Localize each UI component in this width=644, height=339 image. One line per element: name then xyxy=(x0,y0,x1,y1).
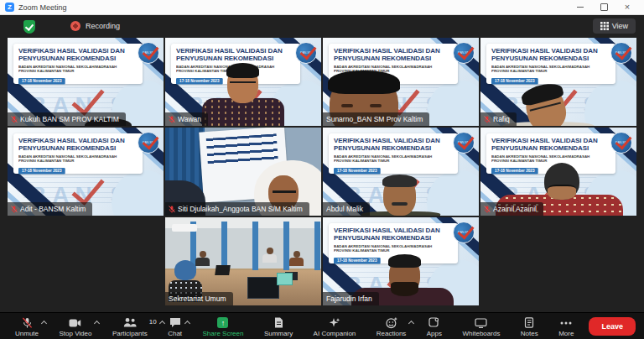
chevron-up-icon[interactable] xyxy=(94,320,100,326)
view-label: View xyxy=(612,22,628,30)
share-screen-button[interactable]: ↑ Share Screen xyxy=(203,317,244,337)
chat-button[interactable]: Chat xyxy=(168,317,182,337)
video-tile-sekretariat[interactable]: Sekretariat Umum xyxy=(165,217,321,305)
video-tile-kukuh[interactable]: BAN SM VERIFIKASI HASIL VALIDASI DAN PEN… xyxy=(8,38,164,126)
ai-companion-label: AI Companion xyxy=(314,330,356,337)
recording-indicator[interactable]: Recording xyxy=(70,21,120,31)
chevron-up-icon[interactable] xyxy=(41,320,47,326)
more-label: More xyxy=(558,330,574,337)
chat-bubble-icon xyxy=(169,317,181,329)
close-button[interactable]: × xyxy=(615,0,639,14)
banner-date-badge: 17-18 November 2023 xyxy=(18,78,65,85)
participant-silhouette xyxy=(389,257,420,295)
muted-mic-icon xyxy=(11,206,18,213)
chevron-up-icon[interactable] xyxy=(408,320,414,326)
bansm-logo-icon: BAN-SM xyxy=(610,42,632,64)
participant-nametag: Fajarudin Irfan xyxy=(323,292,379,305)
bansm-logo-icon: BAN-SM xyxy=(138,132,159,154)
minimize-button[interactable] xyxy=(569,0,592,14)
video-tile-adit[interactable]: BAN SM VERIFIKASI HASIL VALIDASI DAN PEN… xyxy=(8,128,164,216)
laptop xyxy=(215,265,231,275)
participant-silhouette xyxy=(227,65,258,103)
stop-video-label: Stop Video xyxy=(59,330,91,337)
participant-name: Adit - BANSM Kaltim xyxy=(20,205,86,213)
grid-row-2: BAN SM VERIFIKASI HASIL VALIDASI DAN PEN… xyxy=(8,128,636,216)
whiteboards-button[interactable]: Whiteboards xyxy=(462,317,500,337)
reactions-label: Reactions xyxy=(377,330,407,337)
banner-card: VERIFIKASI HASIL VALIDASI DAN PENYUSUNAN… xyxy=(13,133,143,174)
toolbar-items: Unmute Stop Video 10 Participants xyxy=(8,316,577,337)
leave-button[interactable]: Leave xyxy=(589,317,636,336)
participant-silhouette xyxy=(262,248,277,263)
participant-name: Sekretariat Umum xyxy=(169,295,226,303)
chevron-up-icon[interactable] xyxy=(184,320,190,326)
participant-name: Sunarno_BAN SM Prov Kaltim xyxy=(326,115,423,123)
share-screen-icon: ↑ xyxy=(217,317,228,328)
notes-icon xyxy=(524,317,534,329)
muted-mic-icon xyxy=(169,116,175,123)
bansm-logo-icon: BAN-SM xyxy=(453,132,475,154)
meeting-info-shield-icon[interactable] xyxy=(23,20,35,34)
apps-button[interactable]: Apps xyxy=(427,317,442,337)
muted-mic-icon xyxy=(484,116,491,123)
muted-mic-icon xyxy=(169,206,175,213)
video-tile-sunarno[interactable]: BAN SM VERIFIKASI HASIL VALIDASI DAN PEN… xyxy=(323,38,479,126)
participant-nametag: Sunarno_BAN SM Prov Kaltim xyxy=(323,112,429,126)
banner-card: VERIFIKASI HASIL VALIDASI DAN PENYUSUNAN… xyxy=(486,44,615,84)
participants-button[interactable]: 10 Participants xyxy=(112,317,148,337)
ac-unit xyxy=(172,224,197,232)
participant-name: Wawan xyxy=(178,115,201,123)
notes-label: Notes xyxy=(521,330,538,337)
maximize-button[interactable] xyxy=(592,0,615,14)
smiley-icon xyxy=(386,317,397,329)
video-tile-fajarudin[interactable]: BAN SM VERIFIKASI HASIL VALIDASI DAN PEN… xyxy=(323,217,479,305)
grid-row-3: Sekretariat Umum BAN SM VERIFIKASI HASIL… xyxy=(165,217,479,305)
banner-title: VERIFIKASI HASIL VALIDASI DAN PENYUSUNAN… xyxy=(18,48,138,63)
participant-name: Kukuh BAN SM PROV KALTIM xyxy=(20,115,119,123)
video-tile-rafiq[interactable]: BAN SM VERIFIKASI HASIL VALIDASI DAN PEN… xyxy=(480,38,636,126)
participant-nametag: Azainil Azainil xyxy=(480,202,543,216)
notes-button[interactable]: Notes xyxy=(521,317,538,337)
chevron-up-icon[interactable] xyxy=(159,320,165,326)
participant-silhouette xyxy=(544,163,579,200)
ai-companion-button[interactable]: AI Companion xyxy=(314,317,356,337)
banner-card: VERIFIKASI HASIL VALIDASI DAN PENYUSUNAN… xyxy=(13,44,143,84)
chat-label: Chat xyxy=(168,330,182,337)
meeting-top-overlay: Recording View xyxy=(0,18,644,38)
participants-label: Participants xyxy=(112,330,148,337)
participant-nametag: Wawan xyxy=(165,112,208,126)
more-ellipsis-icon xyxy=(560,317,572,329)
participant-nametag: Kukuh BAN SM PROV KALTIM xyxy=(8,112,126,126)
close-icon: × xyxy=(625,3,630,12)
banner-subtitle-1: BADAN AKREDITASI NASIONAL SEKOLAH/MADRAS… xyxy=(18,65,117,69)
participant-name: Rafiq xyxy=(493,115,510,123)
laptop xyxy=(247,277,279,299)
participant-nametag: Adit - BANSM Kaltim xyxy=(8,202,92,216)
muted-mic-toolbar-icon xyxy=(22,317,33,329)
participant-nametag: Rafiq xyxy=(480,112,517,126)
video-tile-siti[interactable]: Siti Djulaikah_Anggota BAN S/M Kaltim xyxy=(165,128,321,216)
participants-count-badge: 10 xyxy=(149,318,157,326)
banner-card: VERIFIKASI HASIL VALIDASI DAN PENYUSUNAN… xyxy=(329,133,458,174)
video-tile-wawan[interactable]: BAN SM VERIFIKASI HASIL VALIDASI DAN PEN… xyxy=(165,38,321,126)
participant-nametag: Sekretariat Umum xyxy=(165,292,233,305)
muted-mic-icon xyxy=(11,116,18,123)
banner-subtitle-2: PROVINSI KALIMANTAN TIMUR xyxy=(18,69,74,73)
video-tile-abdul-malik[interactable]: BAN SM VERIFIKASI HASIL VALIDASI DAN PEN… xyxy=(323,128,479,216)
view-button[interactable]: View xyxy=(593,18,636,34)
summary-button[interactable]: Summary xyxy=(264,317,293,337)
unmute-button[interactable]: Unmute xyxy=(15,317,39,337)
bansm-logo-icon: BAN-SM xyxy=(453,222,475,243)
video-grid: BAN SM VERIFIKASI HASIL VALIDASI DAN PEN… xyxy=(0,38,644,310)
video-tile-azainil[interactable]: BAN SM VERIFIKASI HASIL VALIDASI DAN PEN… xyxy=(480,128,636,216)
stop-video-button[interactable]: Stop Video xyxy=(59,317,91,337)
whiteboards-label: Whiteboards xyxy=(462,330,500,337)
more-button[interactable]: More xyxy=(558,317,574,337)
participants-icon xyxy=(123,317,137,329)
zoom-logo-icon: Z xyxy=(5,3,14,12)
participant-silhouette xyxy=(383,176,416,216)
muted-mic-icon xyxy=(484,206,491,213)
camera-icon xyxy=(69,317,81,329)
meeting-area: Recording View BAN SM VERIFIKASI HASIL V… xyxy=(0,15,644,312)
reactions-button[interactable]: Reactions xyxy=(377,317,407,337)
